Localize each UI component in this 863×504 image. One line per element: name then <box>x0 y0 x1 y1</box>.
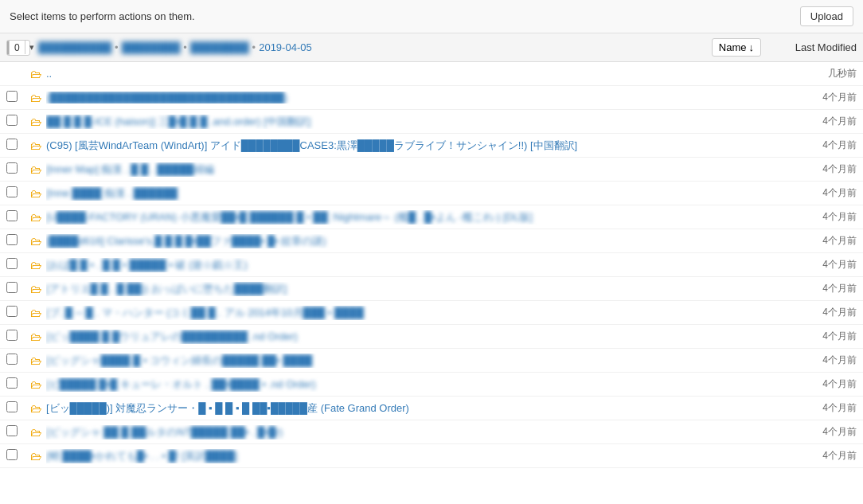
breadcrumb: ██████████ • ████████ • ████████ • 2019-… <box>30 41 712 53</box>
file-list: 🗁..几秒前🗁(████████████████████████████████… <box>0 62 863 468</box>
table-row: 🗁[ビッグシャ████ █ ▪ コウィン婦長の█████ ██▪ ████4个月… <box>0 349 863 373</box>
row-checkbox[interactable] <box>6 425 18 436</box>
row-checkbox[interactable] <box>6 377 18 389</box>
file-modified-time: 4个月前 <box>761 354 857 367</box>
file-name-link[interactable]: [ビッ████ █ █ウリュアレの█████████ .nd Order) <box>46 330 761 344</box>
file-name-link[interactable]: [アトリエ█ █ . █ ██)) おっぱいに堕ちた████翻訳] <box>46 282 761 296</box>
file-modified-time: 4个月前 <box>761 449 857 463</box>
file-modified-time: 4个月前 <box>761 330 857 343</box>
file-name-link[interactable]: ██ █ █ █-ICE (haison)] 三█▪█ █ █ .and.ord… <box>46 115 761 129</box>
table-row: 🗁[████d616] Clarisse's.█ █ █ █▪██ファ████▪… <box>0 229 863 253</box>
file-modified-time: 4个月前 <box>761 91 857 104</box>
file-modified-time: 4个月前 <box>761 186 857 200</box>
folder-icon: 🗁 <box>30 330 46 343</box>
row-checkbox[interactable] <box>6 449 18 460</box>
folder-icon: 🗁 <box>30 163 46 176</box>
file-name-link[interactable]: [蛸 ████▪かれても█▪ . . ▪ █! [英訳████] <box>46 449 761 463</box>
table-row: 🗁[おば█ █ ▪ . █ █ ▪ █████ ▪ 破 (遊☆戯☆王)4个月前 <box>0 253 863 277</box>
file-modified-time: 4个月前 <box>761 210 857 224</box>
table-row: 🗁(████████████████████████████████)4个月前 <box>0 86 863 110</box>
file-name-link[interactable]: [████d616] Clarisse's.█ █ █ █▪██ファ████▪ … <box>46 234 761 248</box>
row-checkbox[interactable] <box>6 401 18 412</box>
file-modified-time: 4个月前 <box>761 377 857 391</box>
row-checkbox[interactable] <box>6 139 18 150</box>
file-name-link[interactable]: .. <box>46 68 761 80</box>
folder-icon: 🗁 <box>30 211 46 224</box>
table-row: 🗁[Inner Map] 痴漢 . █ █ . █████婦編4个月前 <box>0 158 863 182</box>
folder-icon: 🗁 <box>30 402 46 415</box>
table-row: 🗁[ビ█████ █▪█ キューレ・オルト . ██▪████ ▪ .nd Or… <box>0 373 863 397</box>
file-name-link[interactable]: [ビッグシャ ██ █ ██ルタのNT█████ ██▪ . █▪█r) <box>46 425 761 440</box>
breadcrumb-and-sort: ██████████ • ████████ • ████████ • 2019-… <box>30 38 761 57</box>
file-name-link[interactable]: [ビッグシャ████ █ ▪ コウィン婦長の█████ ██▪ ████ <box>46 354 761 368</box>
table-row: 🗁[ビッ█████)] 対魔忍ランサー・█ ▪ █ █ ▪ █ ██▪█████… <box>0 397 863 420</box>
table-row: 🗁..几秒前 <box>0 62 863 86</box>
row-checkbox[interactable] <box>6 115 18 126</box>
file-modified-time: 4个月前 <box>761 282 857 295</box>
folder-icon: 🗁 <box>30 450 46 463</box>
table-row: 🗁[ビッグシャ ██ █ ██ルタのNT█████ ██▪ . █▪█r)4个月… <box>0 420 863 444</box>
row-checkbox[interactable] <box>6 306 18 317</box>
row-checkbox[interactable] <box>6 282 18 293</box>
folder-icon: 🗁 <box>30 426 46 439</box>
folder-icon: 🗁 <box>30 92 46 104</box>
file-modified-time: 几秒前 <box>761 67 857 80</box>
upload-button[interactable]: Upload <box>800 6 853 26</box>
table-row: 🗁[蛸 ████▪かれても█▪ . . ▪ █! [英訳████]4个月前 <box>0 444 863 468</box>
row-checkbox[interactable] <box>6 354 18 365</box>
file-name-link[interactable]: [Inne ████ 痴漢 . ██████ <box>46 186 761 201</box>
folder-icon: 🗁 <box>30 259 46 272</box>
row-checkbox[interactable] <box>6 162 18 174</box>
table-row: 🗁██ █ █ █-ICE (haison)] 三█▪█ █ █ .and.or… <box>0 110 863 134</box>
file-modified-time: 4个月前 <box>761 234 857 248</box>
table-header: 0 ▾ ██████████ • ████████ • ████████ • 2… <box>0 33 863 62</box>
name-sort-label: Name <box>719 41 747 53</box>
row-checkbox[interactable] <box>6 186 18 197</box>
sort-direction-icon: ↓ <box>749 41 755 53</box>
last-modified-header: Last Modified <box>761 41 857 53</box>
breadcrumb-part-1: ██████████ <box>38 41 111 53</box>
file-name-link[interactable]: [Inner Map] 痴漢 . █ █ . █████婦編 <box>46 162 761 177</box>
folder-icon: 🗁 <box>30 187 46 200</box>
header-check-area: 0 ▾ <box>6 40 30 56</box>
folder-icon: 🗁 <box>30 139 46 152</box>
breadcrumb-part-3: ████████ <box>190 41 249 53</box>
table-row: 🗁[ブ. █ ─ █ . マ・ハンター (コミ██ █ . アル 2014年10… <box>0 301 863 325</box>
last-modified-label: Last Modified <box>795 41 857 53</box>
top-bar: Select items to perform actions on them.… <box>0 0 863 33</box>
file-modified-time: 4个月前 <box>761 115 857 128</box>
file-modified-time: 4个月前 <box>761 401 857 415</box>
folder-icon: 🗁 <box>30 68 46 80</box>
instructions-text: Select items to perform actions on them. <box>10 10 195 22</box>
table-row: 🗁(C95) [風芸WindArTeam (WindArt)] アイド█████… <box>0 134 863 158</box>
file-modified-time: 4个月前 <box>761 162 857 176</box>
folder-icon: 🗁 <box>30 354 46 367</box>
table-row: 🗁[ビッ████ █ █ウリュアレの█████████ .nd Order)4个… <box>0 325 863 349</box>
file-name-link[interactable]: [ブ. █ ─ █ . マ・ハンター (コミ██ █ . アル 2014年10月… <box>46 306 761 320</box>
breadcrumb-date: 2019-04-05 <box>259 41 312 53</box>
row-checkbox[interactable] <box>6 210 18 221</box>
selected-count: 0 <box>9 41 25 55</box>
table-row: 🗁[U████-FACTORY (URAN) 小悪魔愛██▪█ ██████ █… <box>0 205 863 229</box>
folder-icon: 🗁 <box>30 283 46 295</box>
file-name-link[interactable]: [ビ█████ █▪█ キューレ・オルト . ██▪████ ▪ .nd Ord… <box>46 377 761 392</box>
row-checkbox[interactable] <box>6 258 18 269</box>
file-name-link[interactable]: (C95) [風芸WindArTeam (WindArt)] アイド██████… <box>46 139 761 153</box>
folder-icon: 🗁 <box>30 115 46 128</box>
file-modified-time: 4个月前 <box>761 425 857 439</box>
file-name-link[interactable]: [おば█ █ ▪ . █ █ ▪ █████ ▪ 破 (遊☆戯☆王) <box>46 258 761 272</box>
file-name-link[interactable]: [ビッ█████)] 対魔忍ランサー・█ ▪ █ █ ▪ █ ██▪█████産… <box>46 401 761 416</box>
table-row: 🗁[アトリエ█ █ . █ ██)) おっぱいに堕ちた████翻訳]4个月前 <box>0 277 863 301</box>
file-name-link[interactable]: [U████-FACTORY (URAN) 小悪魔愛██▪█ ██████ █ … <box>46 210 761 225</box>
row-checkbox[interactable] <box>6 330 18 341</box>
file-modified-time: 4个月前 <box>761 258 857 272</box>
file-modified-time: 4个月前 <box>761 139 857 152</box>
row-checkbox[interactable] <box>6 91 18 102</box>
folder-icon: 🗁 <box>30 235 46 248</box>
file-name-link[interactable]: (████████████████████████████████) <box>46 92 761 104</box>
folder-icon: 🗁 <box>30 307 46 319</box>
name-sort-button[interactable]: Name ↓ <box>712 38 761 57</box>
table-row: 🗁[Inne ████ 痴漢 . ██████4个月前 <box>0 182 863 205</box>
row-checkbox[interactable] <box>6 234 18 245</box>
file-modified-time: 4个月前 <box>761 306 857 319</box>
